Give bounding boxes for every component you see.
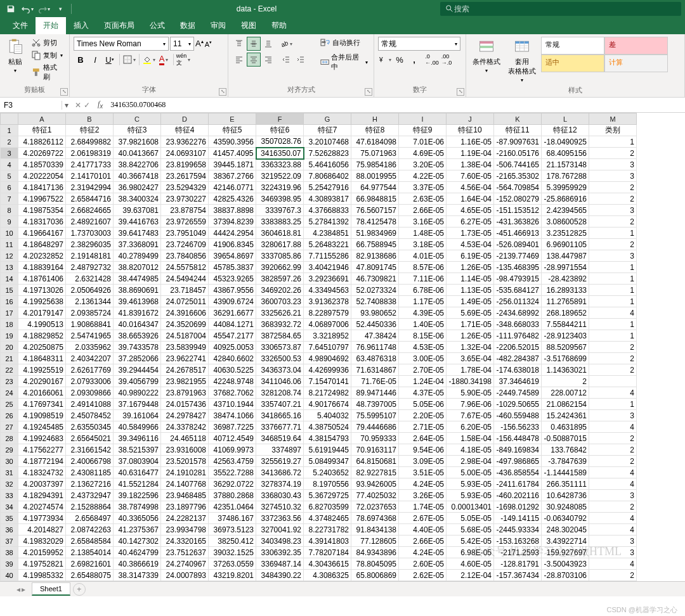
cell[interactable]: 3357407.21 <box>256 399 304 410</box>
cell[interactable]: 5.46416056 <box>304 159 351 170</box>
tab-formulas[interactable]: 公式 <box>142 17 173 34</box>
cell[interactable]: 1.73703003 <box>66 228 114 239</box>
cell[interactable]: -506.744165 <box>494 159 542 170</box>
row-header[interactable]: 33 <box>1 490 18 501</box>
row-header[interactable]: 2 <box>1 136 18 148</box>
cut-button[interactable]: 剪切 <box>29 37 65 48</box>
cell[interactable]: 35522.7288 <box>209 467 256 478</box>
cell[interactable]: -174.638018 <box>494 364 542 376</box>
cell[interactable]: 2.71E-05 <box>399 421 447 433</box>
cell[interactable]: 5.36729725 <box>304 490 351 501</box>
align-center-icon[interactable] <box>247 53 261 67</box>
cell[interactable]: 4.20037397 <box>18 478 66 490</box>
cell[interactable]: 1 <box>589 330 637 342</box>
increase-decimal-icon[interactable]: .0←.00 <box>425 53 439 67</box>
cell[interactable]: 2 <box>589 444 637 456</box>
tab-view[interactable]: 视图 <box>233 17 264 34</box>
cell[interactable]: 4.17697341 <box>18 399 66 410</box>
cell[interactable]: 4.19245485 <box>18 421 66 433</box>
decrease-decimal-icon[interactable]: .00→.0 <box>440 53 453 67</box>
cell[interactable]: 4.06897006 <box>304 319 351 330</box>
cell[interactable]: 特征7 <box>304 125 351 136</box>
cell[interactable]: 42825.4326 <box>209 193 256 205</box>
cell[interactable]: 2.68499882 <box>66 136 114 148</box>
cell[interactable]: 248.302045 <box>542 524 589 536</box>
border-button[interactable] <box>122 53 136 67</box>
col-header[interactable]: F <box>256 113 304 125</box>
cell[interactable]: -1.14441589 <box>542 467 589 478</box>
cell[interactable]: 40630.5225 <box>209 364 256 376</box>
cell[interactable]: 2 <box>589 182 637 193</box>
cell[interactable]: 3374897 <box>256 444 304 456</box>
cell[interactable]: 23.9821955 <box>161 376 209 387</box>
cell[interactable]: 38.8207012 <box>114 262 161 273</box>
col-header[interactable]: M <box>589 113 637 125</box>
cell[interactable]: 39.7433578 <box>114 342 161 353</box>
cell[interactable]: 1.38E-04 <box>447 159 494 170</box>
cell[interactable]: 44424.2954 <box>209 228 256 239</box>
add-sheet-button[interactable]: + <box>73 583 86 596</box>
cell[interactable]: 21.0862154 <box>542 399 589 410</box>
cell[interactable]: 4.53E-04 <box>447 239 494 250</box>
cell[interactable]: 3600703.23 <box>256 296 304 307</box>
merge-center-button[interactable]: 合并后居中▾ <box>318 52 370 72</box>
cell[interactable]: 1.71E-05 <box>447 319 494 330</box>
cell[interactable]: 24.0157436 <box>161 399 209 410</box>
cell[interactable]: 47.8091745 <box>351 262 399 273</box>
cell[interactable]: -135.468395 <box>494 262 542 273</box>
cell[interactable]: 2.20E-05 <box>399 410 447 421</box>
cell[interactable]: 3 <box>589 490 637 501</box>
cell[interactable]: 1 <box>589 262 637 273</box>
cell[interactable]: 38.4474985 <box>114 273 161 285</box>
cell[interactable]: 0.00013401 <box>447 501 494 513</box>
formula-bar[interactable]: 3416350.0700468 <box>107 100 685 110</box>
cell[interactable]: 4.3086325 <box>304 570 351 581</box>
cell[interactable]: 1 <box>589 136 637 148</box>
col-header[interactable]: G <box>304 113 351 125</box>
row-header[interactable]: 16 <box>1 296 18 307</box>
cell[interactable]: -1698.01292 <box>494 501 542 513</box>
cell[interactable]: 2.40342207 <box>66 353 114 364</box>
cell[interactable]: 89.9471446 <box>351 387 399 399</box>
cell[interactable]: 2.09385724 <box>66 307 114 319</box>
fx-icon[interactable]: fx <box>94 99 107 110</box>
cell[interactable]: 4 <box>589 558 637 570</box>
cell[interactable]: 23.9726559 <box>161 216 209 228</box>
align-bottom-icon[interactable] <box>261 37 275 51</box>
cell[interactable]: 2 <box>589 501 637 513</box>
cell[interactable]: 2 <box>589 193 637 205</box>
name-box[interactable]: F3 <box>0 101 62 110</box>
cell[interactable]: 1.78E-04 <box>447 364 494 376</box>
cell[interactable]: 43710.1944 <box>209 399 256 410</box>
cell[interactable]: 2 <box>589 570 637 581</box>
cell[interactable]: -87.9097631 <box>494 136 542 148</box>
cell[interactable]: 39032.1525 <box>209 547 256 558</box>
undo-icon[interactable]: ▾ <box>20 2 34 16</box>
cell[interactable]: -28.9123403 <box>542 330 589 342</box>
cell[interactable]: 1.13E-05 <box>447 285 494 296</box>
cell[interactable]: 41069.9973 <box>209 444 256 456</box>
cell[interactable]: 23.7951049 <box>161 228 209 239</box>
cell[interactable]: 37263.0559 <box>209 558 256 570</box>
cell[interactable]: 23.8791963 <box>161 387 209 399</box>
tab-data[interactable]: 数据 <box>173 17 203 34</box>
style-calc[interactable]: 计算 <box>604 55 668 72</box>
cell[interactable]: 3280617.88 <box>256 239 304 250</box>
cell[interactable]: 40.1427302 <box>114 536 161 547</box>
cell[interactable]: 4.60E-05 <box>447 558 494 570</box>
cell[interactable]: -0.06340792 <box>542 513 589 524</box>
col-header[interactable]: D <box>161 113 209 125</box>
cell[interactable]: 43590.3956 <box>209 136 256 148</box>
cell[interactable]: 41457.4095 <box>209 148 256 159</box>
cell[interactable]: -526.089401 <box>494 239 542 250</box>
cell[interactable]: 2.70E-05 <box>399 364 447 376</box>
cell[interactable]: 39.4613968 <box>114 296 161 307</box>
cell[interactable]: 3469202.26 <box>256 285 304 296</box>
cell[interactable]: 4.39E-05 <box>399 307 447 319</box>
cell[interactable]: 37.0803904 <box>114 456 161 467</box>
row-header[interactable]: 39 <box>1 558 18 570</box>
cell[interactable]: 8.21724982 <box>304 387 351 399</box>
cell[interactable]: 24.5494244 <box>161 273 209 285</box>
cell[interactable]: 84.9343896 <box>351 547 399 558</box>
cell[interactable]: 2 <box>589 239 637 250</box>
